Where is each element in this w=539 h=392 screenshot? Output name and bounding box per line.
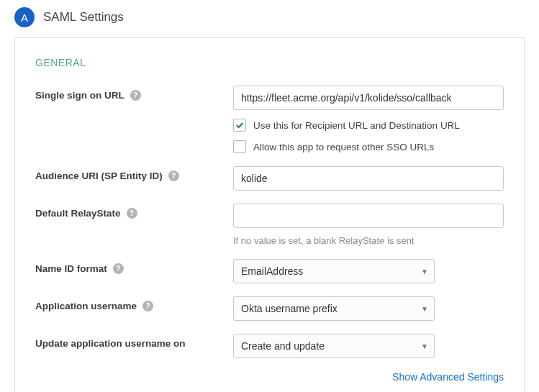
label-sso-url: Single sign on URL ? <box>35 86 233 101</box>
settings-panel: GENERAL Single sign on URL ? Use this fo… <box>14 37 525 392</box>
label-app-username-text: Application username <box>35 301 137 311</box>
help-icon[interactable]: ? <box>127 208 137 219</box>
checkbox-allow-other-sso[interactable]: Allow this app to request other SSO URLs <box>233 140 504 153</box>
help-icon[interactable]: ? <box>130 90 141 101</box>
show-advanced-settings-link[interactable]: Show Advanced Settings <box>392 371 504 383</box>
row-sso-url: Single sign on URL ? Use this for Recipi… <box>35 86 504 153</box>
checkbox-icon <box>233 119 246 132</box>
row-app-username: Application username ? Okta username pre… <box>35 296 504 321</box>
input-audience-uri[interactable] <box>233 166 504 191</box>
label-update-username-on: Update application username on <box>35 334 233 349</box>
label-audience-uri-text: Audience URI (SP Entity ID) <box>35 170 163 181</box>
label-app-username: Application username ? <box>35 296 233 311</box>
select-name-id-format[interactable]: EmailAddress <box>233 259 435 283</box>
label-name-id-format: Name ID format ? <box>35 259 233 274</box>
label-relay-state-text: Default RelayState <box>35 208 121 219</box>
label-update-username-on-text: Update application username on <box>35 338 186 349</box>
advanced-link-row: Show Advanced Settings <box>35 371 504 383</box>
input-sso-url[interactable] <box>233 86 504 110</box>
checkbox-use-recipient-label: Use this for Recipient URL and Destinati… <box>253 120 460 131</box>
row-update-username-on: Update application username on Create an… <box>35 334 504 358</box>
help-icon[interactable]: ? <box>113 263 124 274</box>
checkbox-use-recipient-url[interactable]: Use this for Recipient URL and Destinati… <box>233 119 504 132</box>
row-name-id-format: Name ID format ? EmailAddress ▼ <box>35 259 504 283</box>
label-relay-state: Default RelayState ? <box>35 204 233 219</box>
section-header-general: GENERAL <box>35 57 504 68</box>
row-relay-state: Default RelayState ? If no value is set,… <box>35 204 504 246</box>
checkbox-icon <box>233 140 246 153</box>
label-sso-url-text: Single sign on URL <box>35 90 124 101</box>
help-icon[interactable]: ? <box>142 301 153 311</box>
input-relay-state[interactable] <box>233 204 504 228</box>
select-update-username-on[interactable]: Create and update <box>233 334 435 358</box>
helper-relay-state: If no value is set, a blank RelayState i… <box>233 235 504 246</box>
select-app-username[interactable]: Okta username prefix <box>233 296 435 321</box>
help-icon[interactable]: ? <box>168 170 179 181</box>
step-badge: A <box>14 7 35 27</box>
page-title: SAML Settings <box>43 10 124 24</box>
label-name-id-format-text: Name ID format <box>35 263 107 274</box>
checkbox-allow-other-label: Allow this app to request other SSO URLs <box>253 142 434 152</box>
row-audience-uri: Audience URI (SP Entity ID) ? <box>35 166 504 191</box>
page-header: A SAML Settings <box>0 0 539 37</box>
label-audience-uri: Audience URI (SP Entity ID) ? <box>35 166 233 181</box>
